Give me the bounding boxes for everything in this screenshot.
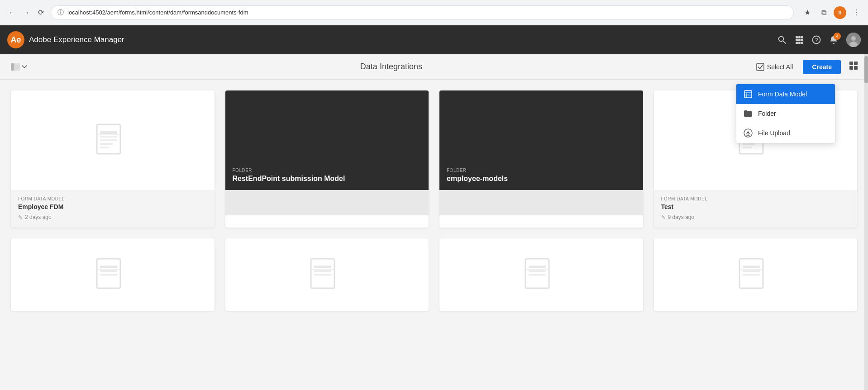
svg-rect-31 [97, 124, 120, 154]
svg-rect-32 [100, 131, 117, 134]
svg-rect-62 [743, 270, 760, 272]
card-meta: ✎ 2 days ago [18, 214, 207, 220]
select-all-button[interactable]: Select All [752, 60, 798, 74]
svg-rect-34 [100, 139, 117, 141]
bookmark-button[interactable]: ★ [801, 6, 814, 19]
address-bar[interactable]: ⓘ localhost:4502/aem/forms.html/content/… [51, 5, 794, 20]
avatar-icon [846, 33, 861, 47]
svg-rect-60 [739, 259, 763, 288]
toolbar-left [7, 61, 31, 73]
scrollbar-thumb[interactable] [864, 56, 868, 83]
notifications-button[interactable]: 4 [829, 35, 838, 44]
card-meta: ✎ 9 days ago [661, 214, 850, 220]
aem-topnav: Ae Adobe Experience Manager [0, 25, 868, 54]
svg-rect-53 [314, 274, 331, 276]
page-title: Data Integrations [31, 62, 752, 71]
aem-logo[interactable]: Ae Adobe Experience Manager [7, 31, 124, 48]
sidebar-icon [11, 63, 20, 71]
svg-rect-50 [311, 259, 334, 288]
apps-button[interactable] [795, 35, 804, 44]
topnav-avatar[interactable] [846, 33, 861, 47]
forward-button[interactable]: → [20, 6, 33, 19]
folder-name-label: employee-models [447, 175, 636, 183]
card-name: Test [661, 203, 850, 210]
folder-type-label: FOLDER [233, 168, 422, 173]
browser-chrome: ← → ⟳ ⓘ localhost:4502/aem/forms.html/co… [0, 0, 868, 25]
doc-icon-partial-1 [95, 257, 131, 293]
card-thumbnail-restendpoint: FOLDER RestEndPoint submission Model [225, 90, 429, 190]
svg-rect-23 [854, 66, 858, 70]
help-button[interactable]: ? [812, 35, 821, 44]
svg-rect-4 [801, 36, 803, 38]
svg-rect-47 [100, 270, 117, 272]
svg-rect-45 [97, 259, 120, 288]
profile-circle[interactable]: n [834, 6, 846, 19]
doc-icon-partial-4 [737, 257, 773, 293]
svg-rect-36 [100, 147, 109, 148]
view-toggle-button[interactable] [846, 58, 861, 75]
edit-icon: ✎ [661, 214, 665, 220]
dropdown-item-label: Form Data Model [758, 90, 807, 98]
svg-rect-17 [11, 63, 14, 71]
dropdown-item-label: Folder [758, 110, 776, 117]
card-name: Employee FDM [18, 203, 207, 210]
card-partial-2[interactable] [225, 238, 429, 311]
svg-rect-48 [100, 274, 117, 276]
svg-text:?: ? [815, 37, 818, 43]
svg-rect-58 [529, 274, 546, 276]
card-partial-4[interactable] [654, 238, 858, 311]
dropdown-item-file-upload[interactable]: File Upload [736, 123, 835, 143]
svg-rect-52 [314, 270, 331, 272]
dropdown-item-label: File Upload [758, 129, 790, 137]
lock-icon: ⓘ [57, 9, 64, 17]
svg-rect-2 [796, 36, 798, 38]
svg-rect-5 [796, 39, 798, 41]
card-partial-1[interactable] [11, 238, 215, 311]
folder-label-employee-models: FOLDER employee-models [439, 161, 643, 190]
aem-title: Adobe Experience Manager [29, 35, 124, 44]
svg-rect-56 [529, 266, 546, 268]
back-button[interactable]: ← [5, 6, 18, 19]
search-button[interactable] [777, 35, 787, 44]
svg-point-16 [849, 42, 858, 47]
card-info-employee-fdm: FORM DATA MODEL Employee FDM ✎ 2 days ag… [11, 190, 215, 228]
card-partial-3[interactable] [439, 238, 643, 311]
svg-rect-57 [529, 270, 546, 272]
select-all-label: Select All [767, 63, 793, 71]
card-restendpoint-model[interactable]: FOLDER RestEndPoint submission Model [225, 90, 429, 228]
dropdown-item-form-data-model[interactable]: Form Data Model [736, 84, 835, 104]
svg-rect-46 [100, 266, 117, 268]
aem-logo-icon: Ae [7, 31, 24, 48]
svg-line-1 [783, 41, 786, 44]
create-button[interactable]: Create [803, 60, 841, 74]
browser-menu-button[interactable]: ⋮ [850, 6, 863, 19]
card-employee-fdm[interactable]: FORM DATA MODEL Employee FDM ✎ 2 days ag… [11, 90, 215, 228]
svg-rect-43 [743, 147, 752, 148]
folder-type-label: FOLDER [447, 168, 636, 173]
search-icon [777, 35, 787, 44]
create-dropdown-menu: Form Data Model Folder File Upload [736, 84, 835, 143]
card-employee-models[interactable]: FOLDER employee-models [439, 90, 643, 228]
folder-label-restendpoint: FOLDER RestEndPoint submission Model [225, 161, 429, 190]
help-icon: ? [812, 35, 821, 44]
svg-rect-3 [798, 36, 801, 38]
svg-point-0 [779, 37, 784, 42]
card-type: FORM DATA MODEL [661, 196, 850, 201]
sidebar-toggle-button[interactable] [7, 61, 31, 73]
scrollbar-track[interactable] [864, 54, 868, 322]
extensions-button[interactable]: ⧉ [817, 6, 830, 19]
grid-view-icon [849, 61, 858, 70]
svg-rect-55 [525, 259, 549, 288]
svg-rect-8 [796, 42, 798, 44]
aem-topnav-right: ? 4 [777, 33, 861, 47]
browser-actions: ★ ⧉ n ⋮ [801, 6, 863, 19]
svg-rect-24 [744, 90, 752, 98]
card-footer-restendpoint [225, 190, 429, 215]
svg-rect-10 [801, 42, 803, 44]
dropdown-item-folder[interactable]: Folder [736, 104, 835, 123]
svg-rect-18 [15, 63, 20, 71]
checkbox-icon [756, 63, 764, 71]
reload-button[interactable]: ⟳ [34, 6, 47, 19]
edit-icon: ✎ [18, 214, 22, 220]
card-footer-employee-models [439, 190, 643, 215]
